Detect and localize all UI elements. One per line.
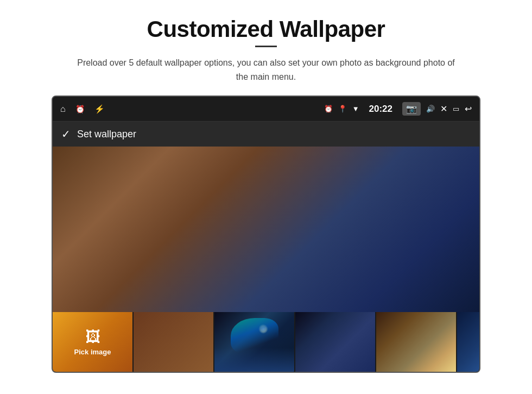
wallpaper-thumb-5[interactable] (376, 312, 457, 372)
status-left-icons: ⌂ ⏰ ⚡ (60, 104, 105, 114)
title-divider (255, 46, 277, 47)
page-title: Customized Wallpaper (147, 16, 385, 42)
page-subtitle: Preload over 5 default wallpaper options… (76, 56, 456, 84)
set-wallpaper-bar: ✓ Set wallpaper (53, 122, 479, 147)
thumbnail-strip: 🖼 Pick image (53, 312, 479, 372)
home-icon: ⌂ (60, 104, 66, 114)
status-right-icons: ⏰ 📍 ▼ 20:22 📷 🔊 ✕ ▭ ↩ (324, 102, 472, 116)
status-bar: ⌂ ⏰ ⚡ ⏰ 📍 ▼ 20:22 📷 🔊 ✕ ▭ ↩ (53, 97, 479, 122)
wifi-icon: ▼ (352, 105, 359, 113)
volume-icon: 🔊 (426, 105, 435, 113)
window-icon: ▭ (453, 105, 459, 113)
device-screen: ⌂ ⏰ ⚡ ⏰ 📍 ▼ 20:22 📷 🔊 ✕ ▭ ↩ ✓ Set wallpa… (52, 96, 480, 373)
back-icon: ↩ (465, 104, 472, 114)
wallpaper-thumb-3[interactable] (214, 312, 295, 372)
wallpaper-preview (53, 147, 479, 312)
close-icon: ✕ (440, 104, 447, 114)
location-icon: 📍 (338, 105, 347, 113)
set-wallpaper-label: Set wallpaper (77, 129, 136, 140)
page-container: Customized Wallpaper Preload over 5 defa… (0, 0, 532, 394)
time-display: 20:22 (369, 104, 392, 115)
alarm-icon: ⏰ (75, 105, 85, 113)
pick-image-thumb[interactable]: 🖼 Pick image (53, 312, 134, 372)
pick-image-label: Pick image (74, 348, 111, 356)
checkmark-icon: ✓ (61, 128, 71, 141)
wallpaper-thumb-4[interactable] (295, 312, 376, 372)
alarm-right-icon: ⏰ (324, 105, 333, 113)
wallpaper-thumb-2[interactable] (134, 312, 214, 372)
aurora-effect (231, 318, 278, 354)
wallpaper-thumb-6[interactable] (457, 312, 479, 372)
pick-image-icon: 🖼 (85, 328, 100, 346)
usb-icon: ⚡ (94, 104, 105, 114)
camera-icon[interactable]: 📷 (402, 102, 421, 116)
